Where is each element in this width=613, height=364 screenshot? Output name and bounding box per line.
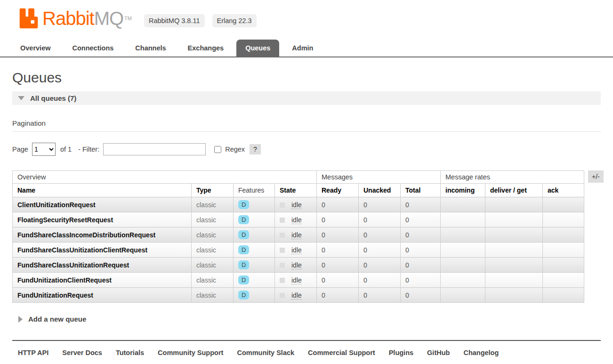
rabbitmq-logo[interactable]: RabbitMQ TM xyxy=(18,8,132,29)
total-count: 0 xyxy=(401,212,441,227)
queue-type: classic xyxy=(192,258,234,273)
total-count: 0 xyxy=(401,197,441,212)
erlang-version-badge: Erlang 22.3 xyxy=(212,14,257,27)
ack-rate xyxy=(543,212,584,227)
page-select[interactable]: 1 xyxy=(32,143,56,156)
page-footer: HTTP API Server Docs Tutorials Community… xyxy=(12,340,601,356)
total-count: 0 xyxy=(401,288,441,303)
regex-checkbox[interactable] xyxy=(214,146,221,153)
footer-links: HTTP API Server Docs Tutorials Community… xyxy=(18,349,601,356)
rabbitmq-rabbit-icon xyxy=(18,8,40,29)
incoming-rate xyxy=(441,258,485,273)
deliver-get-rate xyxy=(485,288,543,303)
footer-link-github[interactable]: GitHub xyxy=(427,349,450,356)
col-header-unacked[interactable]: Unacked xyxy=(359,184,401,197)
queue-features: D xyxy=(234,212,275,227)
filter-input[interactable] xyxy=(103,143,206,155)
footer-link-tutorials[interactable]: Tutorials xyxy=(116,349,144,356)
queue-features: D xyxy=(234,273,275,288)
tab-connections[interactable]: Connections xyxy=(64,40,123,57)
ack-rate xyxy=(543,227,584,243)
ready-count: 0 xyxy=(317,288,359,303)
queue-name-link[interactable]: FundUnitizationRequest xyxy=(13,288,192,303)
queue-features: D xyxy=(234,288,275,303)
group-header-overview: Overview xyxy=(13,171,317,184)
unacked-count: 0 xyxy=(359,197,401,212)
queues-table-area: Overview Messages Message rates Name Typ… xyxy=(12,170,601,303)
col-header-name[interactable]: Name xyxy=(13,184,192,197)
footer-link-plugins[interactable]: Plugins xyxy=(389,349,413,356)
ready-count: 0 xyxy=(317,212,359,227)
col-header-features: Features xyxy=(234,184,275,197)
regex-help-button[interactable]: ? xyxy=(250,144,261,154)
state-indicator-icon xyxy=(280,278,285,283)
col-header-total[interactable]: Total xyxy=(401,184,441,197)
ready-count: 0 xyxy=(317,273,359,288)
add-queue-label: Add a new queue xyxy=(28,315,86,323)
tab-channels[interactable]: Channels xyxy=(126,40,175,57)
col-header-type[interactable]: Type xyxy=(192,184,234,197)
main-nav-tabs: Overview Connections Channels Exchanges … xyxy=(0,40,613,57)
queue-name-link[interactable]: FundShareClassUnitizationRequest xyxy=(13,258,192,273)
ack-rate xyxy=(543,243,584,258)
tab-exchanges[interactable]: Exchanges xyxy=(179,40,233,57)
queue-state: idle xyxy=(275,212,317,227)
table-row: FundUnitizationClientRequest classic D i… xyxy=(13,273,584,288)
queue-name-link[interactable]: ClientUnitizationRequest xyxy=(13,197,192,212)
add-queue-section-toggle[interactable]: Add a new queue xyxy=(18,315,601,323)
incoming-rate xyxy=(441,243,485,258)
all-queues-section-label: All queues (7) xyxy=(30,94,76,102)
ready-count: 0 xyxy=(317,243,359,258)
total-count: 0 xyxy=(401,258,441,273)
total-count: 0 xyxy=(401,273,441,288)
queue-type: classic xyxy=(192,243,234,258)
incoming-rate xyxy=(441,212,485,227)
table-row: FundShareClassUnitizationClientRequest c… xyxy=(13,243,584,258)
page-label: Page xyxy=(12,146,28,153)
tab-queues[interactable]: Queues xyxy=(236,40,279,57)
durable-tag: D xyxy=(238,215,249,224)
ready-count: 0 xyxy=(317,227,359,243)
tab-overview[interactable]: Overview xyxy=(11,40,60,57)
queue-features: D xyxy=(234,197,275,212)
app-header: RabbitMQ TM RabbitMQ 3.8.11 Erlang 22.3 xyxy=(0,0,613,29)
ack-rate xyxy=(543,258,584,273)
main-content: Queues All queues (7) Pagination Page 1 … xyxy=(0,70,613,323)
footer-link-community-support[interactable]: Community Support xyxy=(158,349,223,356)
regex-label: Regex xyxy=(225,146,245,153)
rabbitmq-version-badge: RabbitMQ 3.8.11 xyxy=(144,14,205,27)
queue-state: idle xyxy=(275,243,317,258)
unacked-count: 0 xyxy=(359,288,401,303)
group-header-messages: Messages xyxy=(317,171,441,184)
tab-admin[interactable]: Admin xyxy=(283,40,322,57)
unacked-count: 0 xyxy=(359,227,401,243)
queue-name-link[interactable]: FundUnitizationClientRequest xyxy=(13,273,192,288)
footer-link-server-docs[interactable]: Server Docs xyxy=(62,349,102,356)
all-queues-section-toggle[interactable]: All queues (7) xyxy=(12,91,601,105)
footer-link-community-slack[interactable]: Community Slack xyxy=(237,349,294,356)
incoming-rate xyxy=(441,288,485,303)
footer-link-changelog[interactable]: Changelog xyxy=(463,349,499,356)
durable-tag: D xyxy=(238,260,249,269)
col-header-ready[interactable]: Ready xyxy=(317,184,359,197)
footer-link-http-api[interactable]: HTTP API xyxy=(18,349,48,356)
queue-type: classic xyxy=(192,273,234,288)
col-header-incoming[interactable]: incoming xyxy=(441,184,485,197)
table-row: ClientUnitizationRequest classic D idle … xyxy=(13,197,584,212)
queue-features: D xyxy=(234,243,275,258)
ack-rate xyxy=(543,288,584,303)
column-toggle-button[interactable]: +/- xyxy=(588,170,604,183)
footer-link-commercial-support[interactable]: Commercial Support xyxy=(308,349,375,356)
queue-state: idle xyxy=(275,197,317,212)
page-title: Queues xyxy=(12,70,601,86)
ack-rate xyxy=(543,197,584,212)
ready-count: 0 xyxy=(317,197,359,212)
col-header-ack[interactable]: ack xyxy=(543,184,584,197)
queue-name-link[interactable]: FundShareClassIncomeDistributionRequest xyxy=(13,227,192,243)
queue-name-link[interactable]: FloatingSecurityResetRequest xyxy=(13,212,192,227)
incoming-rate xyxy=(441,273,485,288)
col-header-state[interactable]: State xyxy=(275,184,317,197)
col-header-deliver-get[interactable]: deliver / get xyxy=(485,184,543,197)
incoming-rate xyxy=(441,197,485,212)
queue-name-link[interactable]: FundShareClassUnitizationClientRequest xyxy=(13,243,192,258)
